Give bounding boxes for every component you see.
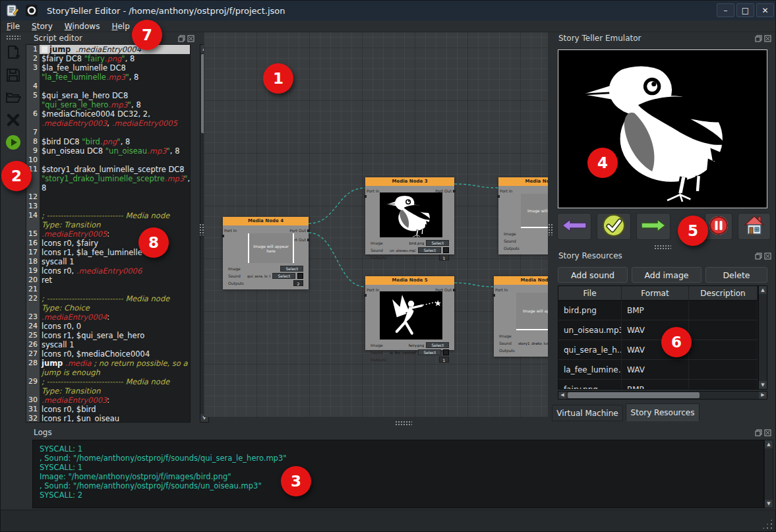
code-line[interactable]: "qui_sera_le_hero.mp3", 8 bbox=[26, 100, 190, 109]
code-line[interactable]: 23.mediaEntry0004: bbox=[26, 312, 190, 322]
code-line[interactable]: 6$mediaChoice0004 DC32, 2, bbox=[26, 109, 190, 119]
code-line[interactable]: 18syscall 1 bbox=[26, 257, 190, 266]
clear-cross-button[interactable] bbox=[5, 111, 22, 129]
delete-button[interactable]: Delete bbox=[705, 267, 767, 283]
code-line[interactable]: 4 bbox=[26, 82, 190, 91]
nav-drag-handle[interactable] bbox=[654, 245, 671, 249]
home-button[interactable] bbox=[738, 213, 771, 240]
menu-file[interactable]: File bbox=[1, 21, 26, 32]
ok-check-button[interactable] bbox=[597, 213, 631, 240]
node-title[interactable]: Media Node 3 bbox=[365, 177, 454, 186]
float-panel-icon[interactable] bbox=[755, 35, 762, 42]
code-line[interactable]: 20ret bbox=[26, 276, 190, 285]
scroll-up-icon[interactable]: ▲ bbox=[765, 440, 773, 448]
code-line[interactable]: 12 bbox=[26, 192, 190, 202]
scroll-up-icon[interactable]: ▲ bbox=[759, 286, 767, 294]
code-line[interactable]: 8 bbox=[26, 183, 190, 192]
float-panel-icon[interactable] bbox=[178, 35, 185, 42]
table-row[interactable]: un_oiseau.mp3WAV bbox=[558, 320, 758, 340]
splitter-left[interactable] bbox=[199, 223, 204, 235]
code-line[interactable]: 19lcons r0, .mediaEntry0006 bbox=[26, 266, 190, 276]
port-out[interactable] bbox=[307, 239, 310, 241]
table-row[interactable]: qui_sera_le_h…WAV bbox=[558, 340, 758, 360]
select-button[interactable]: Select bbox=[426, 240, 449, 246]
close-panel-icon[interactable] bbox=[187, 35, 194, 42]
close-panel-icon[interactable] bbox=[764, 252, 771, 260]
code-line[interactable]: 2$fairy DC8 "fairy.png", 8 bbox=[26, 54, 190, 63]
toolbar-drag-handle[interactable] bbox=[6, 35, 20, 40]
port-out[interactable] bbox=[453, 289, 456, 291]
code-line-current[interactable]: 1jump .mediaEntry0004 bbox=[26, 45, 190, 54]
code-line[interactable]: 8$bird DC8 "bird.png", 8 bbox=[26, 137, 190, 146]
node-title[interactable]: Media Node 4 bbox=[223, 217, 309, 225]
code-line[interactable]: Type: Choice bbox=[26, 303, 190, 312]
code-line[interactable]: 21 bbox=[26, 285, 190, 294]
menu-windows[interactable]: Windows bbox=[59, 21, 106, 32]
port-in[interactable] bbox=[364, 294, 367, 297]
scroll-down-icon[interactable]: ▼ bbox=[759, 381, 767, 389]
table-row[interactable]: la_fee_lumine…WAV bbox=[558, 360, 758, 380]
scroll-right-icon[interactable]: ▶ bbox=[759, 392, 767, 399]
code-line[interactable]: 31lcons r0, $bird bbox=[26, 405, 190, 414]
code-line[interactable]: 24lcons r0, 0 bbox=[26, 322, 190, 331]
node-graph-canvas[interactable]: Media Node 4Port InPort OutPort OutImage… bbox=[204, 32, 548, 417]
code-line[interactable]: Type: Transition bbox=[26, 220, 190, 229]
menu-story[interactable]: Story bbox=[26, 21, 59, 32]
code-line[interactable]: 30.mediaEntry0003: bbox=[26, 396, 190, 405]
code-line[interactable]: 32lcons r1, $un_oiseau bbox=[26, 414, 190, 423]
table-row[interactable]: bird.pngBMP bbox=[558, 301, 758, 320]
splitter-right[interactable] bbox=[548, 223, 552, 235]
port-in[interactable] bbox=[364, 195, 367, 198]
menu-help[interactable]: Help bbox=[105, 21, 135, 32]
add-image-button[interactable]: Add image bbox=[632, 267, 701, 283]
pause-button[interactable] bbox=[705, 213, 732, 240]
code-line[interactable]: 27lcons r0, $mediaChoice0004 bbox=[26, 349, 190, 359]
run-button[interactable] bbox=[5, 134, 22, 151]
minimize-button[interactable]: – bbox=[717, 3, 734, 17]
code-line[interactable]: 22; ---------------------------- Media n… bbox=[26, 294, 190, 303]
code-line[interactable]: 29; ---------------------------- Media n… bbox=[26, 377, 190, 386]
code-line[interactable]: 14; ---------------------------- Media n… bbox=[26, 211, 190, 220]
resources-table[interactable]: FileFormatDescriptionbird.pngBMPun_oisea… bbox=[558, 285, 758, 390]
column-header[interactable]: Description bbox=[689, 286, 758, 300]
splitter-bottom[interactable] bbox=[395, 421, 412, 425]
next-arrow-button[interactable] bbox=[636, 213, 671, 240]
close-button[interactable]: ✕ bbox=[756, 3, 774, 17]
code-line[interactable]: 11$story1_drako_luminelle_sceptre DC8 bbox=[26, 165, 190, 174]
code-line[interactable]: 13 bbox=[26, 202, 190, 211]
resources-table-hscrollbar[interactable]: ◀ ▶ bbox=[558, 391, 767, 399]
code-line[interactable]: 10 bbox=[26, 156, 190, 165]
port-in[interactable] bbox=[497, 195, 500, 198]
code-line[interactable]: 7 bbox=[26, 128, 190, 137]
node-title[interactable]: Media Node 5 bbox=[365, 276, 454, 285]
port-out[interactable] bbox=[307, 229, 310, 232]
media-node[interactable]: Media Node 3Port InPort OutImagebird.png… bbox=[365, 177, 454, 254]
media-node[interactable]: Media Node 6Port InImage will appear her… bbox=[494, 276, 548, 357]
back-arrow-button[interactable] bbox=[557, 213, 591, 240]
resize-grip[interactable] bbox=[761, 518, 773, 530]
port-out[interactable] bbox=[453, 190, 456, 192]
node-title[interactable]: Media Node 2 bbox=[498, 177, 548, 186]
scroll-down-icon[interactable]: ▼ bbox=[765, 500, 773, 508]
tab-story-resources[interactable]: Story Resources bbox=[626, 403, 700, 421]
code-line[interactable]: 9$un_oiseau DC8 "un_oiseau.mp3", 8 bbox=[26, 146, 190, 156]
close-panel-icon[interactable] bbox=[764, 429, 771, 436]
code-line[interactable]: 25lcons r1, $qui_sera_le_hero bbox=[26, 331, 190, 340]
float-panel-icon[interactable] bbox=[755, 252, 762, 260]
outputs-spinner[interactable]: 2 bbox=[293, 280, 303, 286]
maximize-button[interactable]: □ bbox=[736, 3, 754, 17]
outputs-spinner[interactable]: 1 bbox=[439, 357, 449, 363]
select-button[interactable]: Select bbox=[426, 342, 449, 348]
media-node[interactable]: Media Node 5Port InPort OutImagefairy.pn… bbox=[365, 276, 454, 350]
code-line[interactable]: .mediaEntry0003, .mediaEntry0005 bbox=[26, 119, 190, 128]
open-folder-button[interactable] bbox=[5, 89, 22, 106]
column-header[interactable]: File bbox=[558, 286, 622, 300]
float-panel-icon[interactable] bbox=[755, 429, 762, 436]
clear-sound-button[interactable] bbox=[443, 247, 449, 253]
code-line[interactable]: "story1_drako_luminelle_sceptre.mp3", bbox=[26, 174, 190, 183]
code-line[interactable]: jump is enough bbox=[26, 368, 190, 377]
logs-output[interactable]: SYSCALL: 1, Sound: "/home/anthony/ostpro… bbox=[32, 440, 764, 508]
code-line[interactable]: 3$la_fee_luminelle DC8 bbox=[26, 63, 190, 73]
code-line[interactable]: 26syscall 1 bbox=[26, 340, 190, 349]
save-button[interactable] bbox=[5, 67, 22, 84]
